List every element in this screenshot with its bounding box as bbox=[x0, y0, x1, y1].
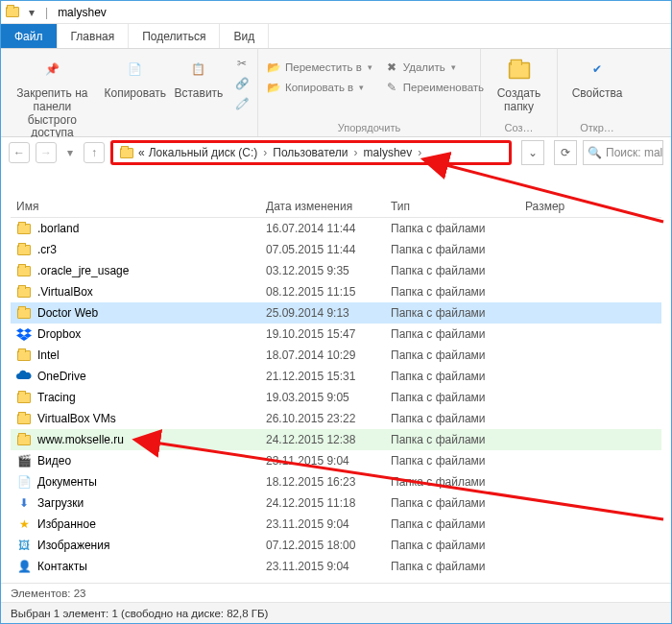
pin-label: Закрепить на панели быстрого доступа bbox=[7, 87, 98, 140]
history-dropdown-button[interactable]: ⌄ bbox=[521, 140, 544, 165]
folder-icon bbox=[16, 305, 32, 321]
table-row[interactable]: www.mokselle.ru24.12.2015 12:38Папка с ф… bbox=[11, 429, 661, 450]
copy-to-button[interactable]: 📂Копировать в▾ bbox=[264, 79, 374, 96]
folder-icon bbox=[119, 145, 134, 160]
copy-button[interactable]: 📄 Копировать bbox=[106, 53, 165, 101]
title-separator: | bbox=[43, 6, 50, 19]
table-row[interactable]: ⬇Загрузки24.12.2015 11:18Папка с файлами bbox=[11, 492, 661, 514]
folder-icon bbox=[16, 221, 32, 236]
move-label: Переместить в bbox=[285, 61, 362, 73]
table-row[interactable]: 🖼Изображения07.12.2015 18:00Папка с файл… bbox=[11, 535, 661, 556]
tab-file[interactable]: Файл bbox=[1, 24, 58, 48]
tab-home[interactable]: Главная bbox=[58, 24, 130, 48]
properties-button[interactable]: ✔ Свойства bbox=[564, 53, 631, 101]
cell-date: 23.11.2015 9:04 bbox=[260, 560, 385, 573]
folder-icon bbox=[16, 390, 32, 405]
copy-to-label: Копировать в bbox=[285, 82, 353, 93]
status-selection-text: Выбран 1 элемент: 1 (свободно на диске: … bbox=[11, 608, 268, 619]
cell-name: www.mokselle.ru bbox=[11, 432, 260, 447]
window-title: malyshev bbox=[54, 6, 107, 19]
refresh-button[interactable]: ⟳ bbox=[554, 140, 577, 165]
status-selection: Выбран 1 элемент: 1 (свободно на диске: … bbox=[1, 602, 671, 623]
table-row[interactable]: Tracing19.03.2015 9:05Папка с файлами bbox=[11, 387, 661, 408]
copy-path-button[interactable]: 🔗 bbox=[232, 75, 252, 92]
onedrive-icon bbox=[16, 369, 32, 384]
qat-button[interactable]: ▾ bbox=[24, 5, 39, 20]
delete-label: Удалить bbox=[403, 61, 445, 73]
cell-name: 👤Контакты bbox=[11, 559, 260, 574]
file-name: Tracing bbox=[37, 391, 76, 404]
col-date[interactable]: Дата изменения bbox=[260, 200, 385, 213]
cell-type: Папка с файлами bbox=[385, 327, 519, 341]
col-size[interactable]: Размер bbox=[519, 200, 596, 213]
table-row[interactable]: .borland16.07.2014 11:44Папка с файлами bbox=[11, 218, 661, 239]
paste-button[interactable]: 📋 Вставить bbox=[173, 53, 225, 101]
cell-date: 03.12.2015 9:35 bbox=[260, 264, 385, 277]
search-placeholder: Поиск: maly bbox=[606, 146, 663, 159]
table-row[interactable]: Intel18.07.2014 10:29Папка с файлами bbox=[11, 345, 661, 366]
cell-type: Папка с файлами bbox=[385, 496, 519, 510]
new-folder-button[interactable]: Создать папку bbox=[487, 53, 551, 114]
cell-name: Doctor Web bbox=[11, 305, 260, 321]
group-new-label: Cоз… bbox=[487, 120, 551, 136]
cell-date: 24.12.2015 12:38 bbox=[260, 433, 385, 446]
crumb-sep: › bbox=[416, 146, 423, 159]
tab-share[interactable]: Поделиться bbox=[129, 24, 220, 48]
table-row[interactable]: ★Избранное23.11.2015 9:04Папка с файлами bbox=[11, 514, 661, 535]
properties-label: Свойства bbox=[572, 87, 623, 101]
shortcut-icon: 🧷 bbox=[234, 96, 250, 111]
col-type[interactable]: Тип bbox=[385, 200, 519, 213]
cell-name: 🖼Изображения bbox=[11, 538, 260, 553]
file-name: Избранное bbox=[37, 517, 96, 531]
column-headers[interactable]: Имя Дата изменения Тип Размер bbox=[11, 195, 661, 218]
search-box[interactable]: 🔍 Поиск: maly bbox=[583, 140, 663, 165]
forward-button[interactable]: → bbox=[36, 142, 57, 163]
title-bar: ▾ | malyshev bbox=[1, 1, 671, 24]
move-to-button[interactable]: 📂Переместить в▾ bbox=[264, 59, 374, 76]
paste-shortcut-button[interactable]: 🧷 bbox=[232, 95, 252, 112]
table-row[interactable]: .VirtualBox08.12.2015 11:15Папка с файла… bbox=[11, 281, 661, 302]
cell-date: 23.11.2015 9:04 bbox=[260, 517, 385, 531]
cell-date: 08.12.2015 11:15 bbox=[260, 285, 385, 299]
cut-button[interactable]: ✂ bbox=[232, 55, 252, 72]
delete-icon: ✖ bbox=[384, 60, 399, 75]
cell-date: 07.12.2015 18:00 bbox=[260, 539, 385, 552]
crumb-disk[interactable]: Локальный диск (C:) bbox=[149, 146, 258, 159]
table-row[interactable]: 🎬Видео23.11.2015 9:04Папка с файлами bbox=[11, 450, 661, 471]
table-row[interactable]: VirtualBox VMs26.10.2015 23:22Папка с фа… bbox=[11, 408, 661, 429]
table-row[interactable]: Dropbox19.10.2015 15:47Папка с файлами bbox=[11, 324, 661, 345]
new-folder-label: Создать папку bbox=[497, 87, 541, 114]
cell-date: 24.12.2015 11:18 bbox=[260, 496, 385, 510]
recent-locations-button[interactable]: ▾ bbox=[62, 142, 78, 163]
back-button[interactable]: ← bbox=[9, 142, 30, 163]
table-row[interactable]: Doctor Web25.09.2014 9:13Папка с файлами bbox=[11, 302, 661, 324]
crumb-users[interactable]: Пользователи bbox=[273, 146, 348, 159]
cell-name: .VirtualBox bbox=[11, 284, 260, 300]
up-button[interactable]: ↑ bbox=[84, 142, 105, 163]
table-row[interactable]: .cr307.05.2015 11:44Папка с файлами bbox=[11, 239, 661, 260]
cell-type: Папка с файлами bbox=[385, 348, 519, 362]
file-name: Видео bbox=[37, 454, 71, 468]
crumb-malyshev[interactable]: malyshev bbox=[364, 146, 413, 159]
table-row[interactable]: OneDrive21.12.2015 15:31Папка с файлами bbox=[11, 366, 661, 387]
status-count: Элементов: 23 bbox=[1, 583, 671, 602]
clipboard-extra: ✂ 🔗 🧷 bbox=[232, 53, 252, 112]
folder-icon bbox=[5, 5, 20, 20]
pin-quick-access-button[interactable]: 📌 Закрепить на панели быстрого доступа bbox=[7, 53, 98, 140]
copy-to-icon: 📂 bbox=[266, 80, 281, 95]
cell-type: Папка с файлами bbox=[385, 539, 519, 552]
tab-view[interactable]: Вид bbox=[220, 24, 269, 48]
search-icon: 🔍 bbox=[588, 146, 602, 159]
cell-type: Папка с файлами bbox=[385, 222, 519, 235]
table-row[interactable]: 📄Документы18.12.2015 16:23Папка с файлам… bbox=[11, 471, 661, 492]
cell-type: Папка с файлами bbox=[385, 370, 519, 383]
delete-button[interactable]: ✖Удалить▾ bbox=[382, 59, 486, 76]
table-row[interactable]: .oracle_jre_usage03.12.2015 9:35Папка с … bbox=[11, 260, 661, 281]
address-bar[interactable]: « Локальный диск (C:) › Пользователи › m… bbox=[110, 140, 512, 165]
cell-date: 21.12.2015 15:31 bbox=[260, 370, 385, 383]
table-row[interactable]: 👤Контакты23.11.2015 9:04Папка с файлами bbox=[11, 556, 661, 577]
rename-button[interactable]: ✎Переименовать bbox=[382, 79, 486, 96]
cell-name: ★Избранное bbox=[11, 516, 260, 532]
folder-icon bbox=[16, 242, 32, 257]
col-name[interactable]: Имя bbox=[11, 200, 260, 213]
